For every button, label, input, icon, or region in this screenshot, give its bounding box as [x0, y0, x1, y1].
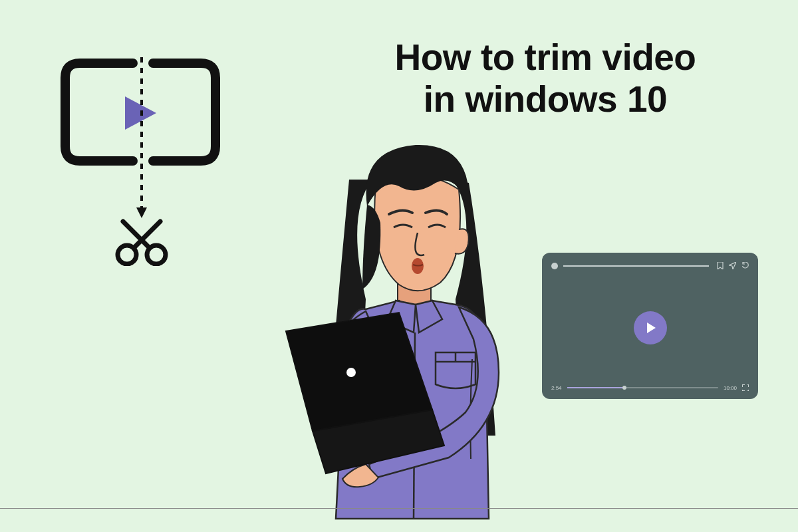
page-title: How to trim video in windows 10	[339, 37, 751, 121]
send-icon[interactable]	[729, 262, 736, 271]
player-title-placeholder	[563, 265, 709, 267]
player-controls: 2:54 10:00	[551, 384, 749, 391]
horizon-line	[0, 508, 798, 509]
bookmark-icon[interactable]	[717, 262, 724, 271]
title-line-2: in windows 10	[424, 78, 667, 120]
progress-bar[interactable]	[567, 387, 718, 388]
player-header	[551, 261, 749, 271]
refresh-icon[interactable]	[741, 262, 749, 271]
time-total: 10:00	[724, 385, 737, 391]
time-elapsed: 2:54	[551, 385, 562, 391]
fullscreen-icon[interactable]	[742, 384, 749, 391]
person-with-laptop-illustration	[266, 133, 545, 532]
avatar	[551, 263, 558, 269]
scissors-icon	[118, 221, 166, 264]
svg-point-10	[346, 368, 356, 377]
play-button[interactable]	[634, 311, 667, 344]
svg-point-5	[140, 238, 144, 242]
title-line-1: How to trim video	[395, 37, 696, 78]
trim-video-illustration	[53, 53, 226, 269]
video-player: 2:54 10:00	[542, 253, 758, 399]
